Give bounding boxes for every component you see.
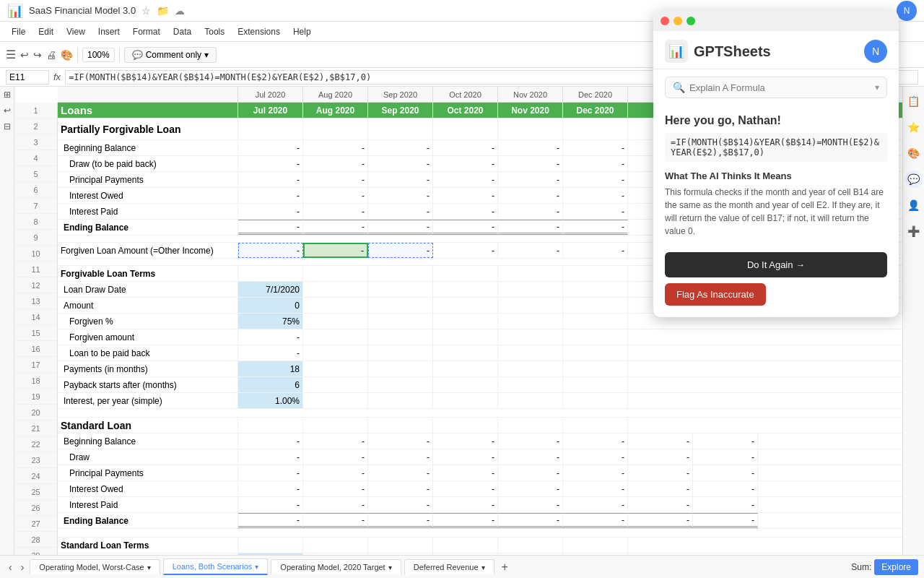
sl-ip-f[interactable]: - bbox=[498, 497, 563, 512]
pf-bb-g[interactable]: - bbox=[563, 140, 628, 155]
sl-draw-e[interactable]: - bbox=[433, 449, 498, 465]
pf-io-f[interactable]: - bbox=[498, 188, 563, 203]
tab-operating-worst[interactable]: Operating Model, Worst-Case ▾ bbox=[30, 559, 160, 574]
hamburger-icon[interactable]: ☰ bbox=[6, 48, 16, 61]
tab-operating-2020[interactable]: Operating Model, 2020 Target ▾ bbox=[271, 559, 401, 574]
pf-ip-b[interactable]: - bbox=[238, 204, 303, 219]
tab-loans-both[interactable]: Loans, Both Scenarios ▾ bbox=[163, 558, 269, 575]
explore-button[interactable]: Explore bbox=[874, 559, 918, 575]
rs-format-icon[interactable]: 🎨 bbox=[905, 144, 923, 162]
forgiven-d[interactable]: - bbox=[368, 243, 433, 258]
sl-bb-h[interactable]: - bbox=[628, 434, 693, 449]
pf-io-e[interactable]: - bbox=[433, 188, 498, 203]
redo-icon[interactable]: ↪ bbox=[33, 49, 42, 61]
pf-draw-f[interactable]: - bbox=[498, 156, 563, 171]
pf-pp-f[interactable]: - bbox=[498, 172, 563, 187]
pf-draw-g[interactable]: - bbox=[563, 156, 628, 171]
sl-ip-g[interactable]: - bbox=[563, 497, 628, 512]
sl-bb-c[interactable]: - bbox=[303, 434, 368, 449]
sl-bb-e[interactable]: - bbox=[433, 434, 498, 449]
sl-bb-f[interactable]: - bbox=[498, 434, 563, 449]
cell-reference[interactable]: E11 bbox=[6, 70, 49, 85]
sl-eb-f[interactable]: - bbox=[498, 513, 563, 528]
payback-starts-value[interactable]: 6 bbox=[238, 377, 303, 392]
forgiven-e[interactable]: - bbox=[433, 243, 498, 258]
pf-draw-c[interactable]: - bbox=[303, 156, 368, 171]
pf-bb-b[interactable]: - bbox=[238, 140, 303, 155]
sl-io-g[interactable]: - bbox=[563, 481, 628, 496]
tab-2020-dropdown-icon[interactable]: ▾ bbox=[388, 564, 392, 571]
folder-icon[interactable]: 📁 bbox=[157, 5, 169, 17]
sl-bb-d[interactable]: - bbox=[368, 434, 433, 449]
tab-deferred-dropdown-icon[interactable]: ▾ bbox=[481, 564, 485, 571]
menu-help[interactable]: Help bbox=[287, 25, 317, 39]
zoom-display[interactable]: 100% bbox=[82, 48, 115, 62]
sl-draw-b[interactable]: - bbox=[238, 449, 303, 465]
rs-sheets-icon[interactable]: 📋 bbox=[905, 92, 923, 110]
sl-eb-i[interactable]: - bbox=[693, 513, 758, 528]
amount-value[interactable]: 0 bbox=[238, 298, 303, 313]
sl-io-c[interactable]: - bbox=[303, 481, 368, 496]
menu-file[interactable]: File bbox=[6, 25, 31, 39]
menu-extensions[interactable]: Extensions bbox=[232, 25, 286, 39]
pf-ip-c[interactable]: - bbox=[303, 204, 368, 219]
print-icon[interactable]: 🖨 bbox=[46, 49, 56, 61]
sl-eb-c[interactable]: - bbox=[303, 513, 368, 528]
sl-eb-e[interactable]: - bbox=[433, 513, 498, 528]
sl-draw-h[interactable]: - bbox=[628, 449, 693, 465]
pf-draw-e[interactable]: - bbox=[433, 156, 498, 171]
sl-eb-d[interactable]: - bbox=[368, 513, 433, 528]
sl-bb-g[interactable]: - bbox=[563, 434, 628, 449]
sidebar-filter-icon[interactable]: ⊟ bbox=[4, 121, 11, 131]
sl-eb-h[interactable]: - bbox=[628, 513, 693, 528]
pf-io-d[interactable]: - bbox=[368, 188, 433, 203]
pf-ip-d[interactable]: - bbox=[368, 204, 433, 219]
forgiven-b[interactable]: - bbox=[238, 243, 303, 258]
interest-per-year-value[interactable]: 1.00% bbox=[238, 393, 303, 408]
sl-pp-e[interactable]: - bbox=[433, 465, 498, 480]
rs-comment-icon[interactable]: 💬 bbox=[905, 171, 923, 188]
undo-icon[interactable]: ↩ bbox=[20, 49, 29, 61]
tab-add[interactable]: + bbox=[497, 561, 513, 574]
rs-star-icon[interactable]: ⭐ bbox=[905, 118, 923, 136]
sl-pp-i[interactable]: - bbox=[693, 465, 758, 480]
sl-draw-c[interactable]: - bbox=[303, 449, 368, 465]
pf-io-c[interactable]: - bbox=[303, 188, 368, 203]
sidebar-grid-icon[interactable]: ⊞ bbox=[4, 90, 11, 100]
forgiven-g[interactable]: - bbox=[563, 243, 628, 258]
pf-draw-d[interactable]: - bbox=[368, 156, 433, 171]
menu-format[interactable]: Format bbox=[127, 25, 166, 39]
sl-pp-c[interactable]: - bbox=[303, 465, 368, 480]
tab-deferred-revenue[interactable]: Deferred Revenue ▾ bbox=[404, 559, 494, 574]
pf-pp-g[interactable]: - bbox=[563, 172, 628, 187]
paint-icon[interactable]: 🎨 bbox=[61, 49, 73, 61]
sl-pp-g[interactable]: - bbox=[563, 465, 628, 480]
pf-eb-c[interactable]: - bbox=[303, 220, 368, 235]
sl-ip-c[interactable]: - bbox=[303, 497, 368, 512]
tab-dropdown-icon[interactable]: ▾ bbox=[147, 564, 151, 571]
sl-ip-h[interactable]: - bbox=[628, 497, 693, 512]
star-icon[interactable]: ☆ bbox=[141, 5, 151, 17]
tab-nav-next[interactable]: › bbox=[18, 560, 27, 574]
pf-eb-b[interactable]: - bbox=[238, 220, 303, 235]
loan-draw-date-value[interactable]: 7/1/2020 bbox=[238, 282, 303, 297]
window-maximize-btn[interactable] bbox=[687, 17, 695, 25]
rs-add-icon[interactable]: ➕ bbox=[905, 223, 923, 240]
loan-payback-value[interactable]: - bbox=[238, 345, 303, 361]
pf-bb-e[interactable]: - bbox=[433, 140, 498, 155]
pf-io-g[interactable]: - bbox=[563, 188, 628, 203]
sl-draw-g[interactable]: - bbox=[563, 449, 628, 465]
sl-io-d[interactable]: - bbox=[368, 481, 433, 496]
formula-search-input[interactable] bbox=[689, 82, 871, 93]
sl-bb-i[interactable]: - bbox=[693, 434, 758, 449]
pf-pp-b[interactable]: - bbox=[238, 172, 303, 187]
menu-view[interactable]: View bbox=[61, 25, 91, 39]
pf-bb-f[interactable]: - bbox=[498, 140, 563, 155]
sl-draw-f[interactable]: - bbox=[498, 449, 563, 465]
pf-pp-e[interactable]: - bbox=[433, 172, 498, 187]
sl-ip-b[interactable]: - bbox=[238, 497, 303, 512]
sl-io-h[interactable]: - bbox=[628, 481, 693, 496]
sl-eb-g[interactable]: - bbox=[563, 513, 628, 528]
forgiven-pct-value[interactable]: 75% bbox=[238, 314, 303, 329]
sl-draw-i[interactable]: - bbox=[693, 449, 758, 465]
